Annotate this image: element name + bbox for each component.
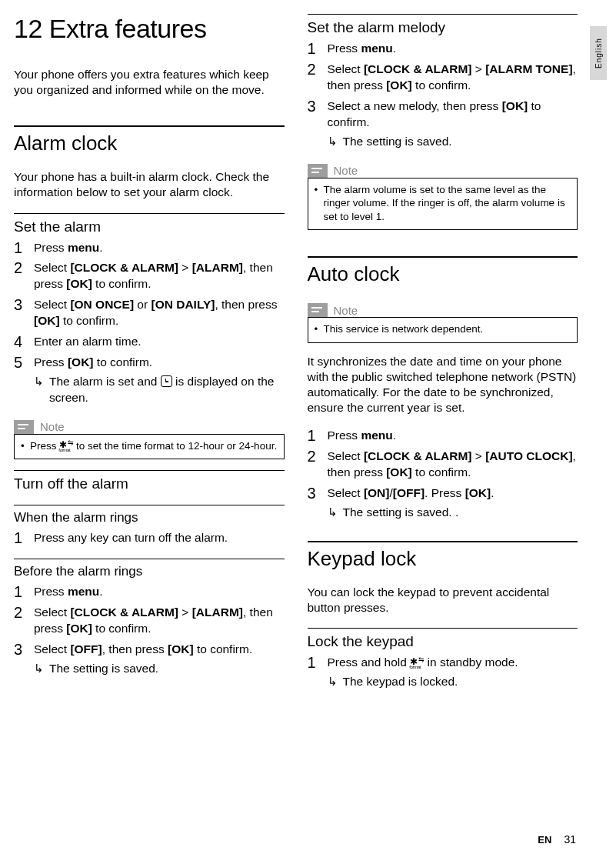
result-arrow-icon: ↳ [328, 674, 343, 690]
step: 5 Press [OK] to confirm. ↳The alarm is s… [14, 355, 285, 406]
step: 1 Press and hold in standby mode. ↳The k… [308, 655, 578, 690]
text: [OK] [68, 355, 94, 369]
sub-set-alarm: Set the alarm [14, 219, 285, 235]
step: 2 Select [CLOCK & ALARM] > [ALARM], then… [14, 605, 285, 637]
subsub-when-rings: When the alarm rings [14, 510, 285, 525]
note-box: Note •The alarm volume is set to the sam… [308, 164, 578, 231]
chapter-title: 12 Extra features [14, 14, 285, 44]
text: . [393, 429, 396, 442]
text: Press [328, 429, 361, 442]
text: Enter an alarm time. [34, 334, 285, 350]
text: [OK] [386, 78, 412, 92]
text: Select [328, 486, 364, 499]
text: to confirm. [412, 465, 471, 479]
text: [CLOCK & ALARM] [70, 261, 178, 274]
section-auto-clock: Auto clock [308, 262, 578, 286]
text: to confirm. [94, 355, 153, 369]
footer-lang: EN [538, 834, 551, 846]
text: Select [328, 62, 364, 75]
star-format-icon [410, 657, 424, 666]
left-column: 12 Extra features Your phone offers you … [14, 14, 285, 841]
divider [14, 470, 285, 471]
text: . [99, 241, 102, 254]
step: 4 Enter an alarm time. [14, 334, 285, 350]
text: The keypad is locked. [343, 674, 578, 690]
note-box: Note •Press to set the time format to 12… [14, 420, 285, 460]
text: to confirm. [412, 78, 471, 92]
divider [308, 541, 578, 542]
result-arrow-icon: ↳ [34, 374, 49, 406]
divider [308, 256, 578, 258]
text: Select [328, 449, 364, 462]
note-label: Note [334, 164, 358, 177]
step: 2 Select [CLOCK & ALARM] > [AUTO CLOCK],… [308, 449, 578, 481]
text: The setting is saved. [49, 661, 285, 677]
step: 1 Press menu. [14, 240, 285, 256]
text: The setting is saved. [343, 134, 578, 150]
divider [14, 559, 285, 559]
text: [ALARM] [192, 261, 243, 274]
divider [308, 628, 578, 629]
text: Select a new melody, then press [328, 99, 502, 112]
text: Press [34, 585, 68, 598]
text: to confirm. [92, 277, 152, 290]
result-arrow-icon: ↳ [34, 661, 49, 677]
star-format-icon [59, 440, 73, 449]
text: [ON ONCE] [70, 298, 134, 311]
text: The alarm is set and [49, 375, 161, 388]
text: [OFF] [393, 486, 425, 499]
text: menu [361, 429, 392, 442]
text: menu [68, 241, 99, 254]
text: to confirm. [194, 642, 253, 656]
divider [14, 125, 285, 127]
text: . Press [425, 486, 465, 499]
result-arrow-icon: ↳ [328, 505, 343, 521]
step: 1 Press any key can turn off the alarm. [14, 530, 285, 546]
text: [OK] [168, 642, 194, 656]
divider [14, 213, 285, 214]
step: 2 Select [CLOCK & ALARM] > [ALARM TONE],… [308, 62, 578, 94]
auto-clock-body: It synchronizes the date and time on you… [308, 354, 578, 416]
note-box: Note •This service is network dependent. [308, 303, 578, 343]
keypad-body: You can lock the keypad to prevent accid… [308, 585, 578, 615]
alarm-icon [161, 375, 172, 387]
text: . [99, 585, 102, 598]
text: This service is network dependent. [324, 322, 484, 336]
text: Press [34, 241, 68, 254]
text: Press any key can turn off the alarm. [34, 530, 285, 546]
result-arrow-icon: ↳ [328, 134, 343, 150]
divider [308, 14, 578, 15]
text: Press [328, 42, 361, 55]
text: . [491, 486, 494, 499]
text: [OK] [502, 99, 528, 112]
text: > [178, 605, 192, 619]
text: . [393, 42, 396, 55]
sub-set-melody: Set the alarm melody [308, 19, 578, 36]
page-footer: EN 31 [538, 833, 576, 846]
text: Press and hold [328, 656, 411, 669]
subsub-before-rings: Before the alarm rings [14, 564, 285, 579]
text: to confirm. [92, 622, 152, 635]
text: Select [34, 261, 70, 274]
text: [ON DAILY] [151, 298, 215, 311]
alarm-clock-body: Your phone has a built-in alarm clock. C… [14, 169, 285, 200]
section-alarm-clock: Alarm clock [14, 132, 285, 155]
text: The alarm volume is set to the same leve… [324, 183, 571, 224]
note-icon [308, 303, 328, 317]
text: > [472, 449, 486, 462]
text: > [178, 261, 192, 274]
note-icon [14, 420, 34, 434]
language-tab: English [590, 26, 607, 80]
footer-page: 31 [564, 833, 576, 846]
text: [OK] [66, 622, 92, 635]
step: 3 Select [ON]/[OFF]. Press [OK]. ↳The se… [308, 485, 578, 521]
divider [14, 505, 285, 505]
note-label: Note [334, 304, 358, 317]
text: Select [34, 642, 70, 656]
step: 1 Press menu. [308, 41, 578, 57]
text: [AUTO CLOCK] [485, 449, 572, 462]
text: to set the time format to 12-hour or 24-… [73, 440, 277, 452]
section-keypad-lock: Keypad lock [308, 547, 578, 571]
step: 2 Select [CLOCK & ALARM] > [ALARM], then… [14, 260, 285, 292]
right-column: Set the alarm melody 1 Press menu. 2 Sel… [308, 14, 578, 841]
